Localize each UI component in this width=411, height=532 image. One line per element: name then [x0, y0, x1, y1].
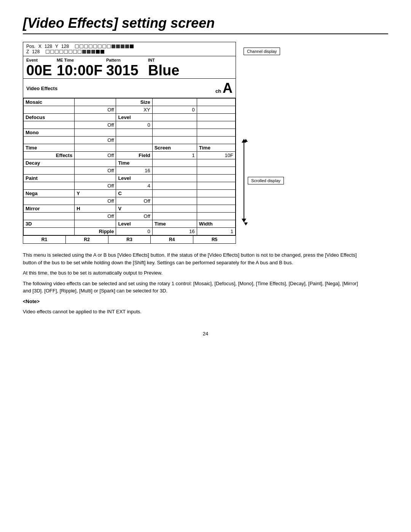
- ch-label: ch: [215, 88, 221, 94]
- event-label: Event: [26, 58, 57, 62]
- table-row: Mono: [24, 129, 236, 137]
- sq: [89, 44, 92, 48]
- status-row1: Pos. X 128 Y 128: [26, 44, 233, 49]
- z-label: Z: [26, 49, 29, 54]
- y-val: 128: [61, 44, 69, 49]
- arrow-up-icon: [242, 139, 246, 143]
- table-row: Mosaic Size: [24, 98, 236, 106]
- table-row: Off XY 0: [24, 106, 236, 114]
- table-row: Off 16: [24, 167, 236, 175]
- sq: [84, 44, 88, 48]
- arrow-container: [242, 139, 246, 222]
- table-row: Off: [24, 137, 236, 144]
- sq: [64, 50, 68, 54]
- table-row: Mirror H V: [24, 205, 236, 213]
- sq-dark: [130, 44, 134, 48]
- channel-display-box: Channel display: [244, 48, 280, 55]
- row-label-r1: R1: [23, 236, 66, 243]
- description-para2: At this time, the bus to be set is autom…: [23, 269, 365, 277]
- sq-filled: [87, 50, 91, 54]
- effects-table: Mosaic Size Off XY 0 Defocus: [23, 98, 236, 235]
- ve-header-left: Video Effects: [26, 86, 57, 91]
- table-row: 3D Level Time Width: [24, 220, 236, 228]
- description-para1: This menu is selected using the A or B b…: [23, 251, 365, 266]
- sq: [55, 50, 59, 54]
- status-bar: Pos. X 128 Y 128: [23, 42, 236, 56]
- ve-header-right: ch A: [215, 80, 233, 96]
- channel-display-callout: Channel display: [244, 48, 280, 55]
- event-values: 00E 10:00F 3015 Blue: [26, 63, 233, 78]
- sq: [50, 50, 54, 54]
- note-text: Video effects cannot be applied to the I…: [23, 308, 365, 316]
- table-row: Time Screen Time: [24, 144, 236, 152]
- sq: [98, 44, 102, 48]
- table-row: Off Off: [24, 197, 236, 205]
- table-row: Ripple 0 16 1: [24, 228, 236, 235]
- row-label-r5: R5: [193, 236, 236, 243]
- sq-filled: [82, 50, 86, 54]
- sq: [73, 50, 77, 54]
- sq-dark: [100, 50, 104, 54]
- sq: [107, 44, 111, 48]
- z-val: 128: [32, 49, 40, 54]
- sq: [80, 44, 83, 48]
- note-label-text: <Note>: [23, 299, 40, 304]
- description-para3: The following video effects can be selec…: [23, 280, 365, 295]
- sq: [78, 50, 81, 54]
- scrolled-display-wrapper: Scrolled display: [242, 139, 284, 222]
- sq: [93, 44, 97, 48]
- main-content: Pos. X 128 Y 128: [23, 42, 388, 244]
- arrow-line: [244, 143, 244, 219]
- sq: [102, 44, 106, 48]
- table-row: Paint Level: [24, 175, 236, 182]
- table-row: Off Off: [24, 213, 236, 220]
- sq-filled: [112, 44, 115, 48]
- row-label-r4: R4: [151, 236, 193, 243]
- row-label-r2: R2: [66, 236, 108, 243]
- screen-panel: Pos. X 128 Y 128: [23, 42, 236, 244]
- effect-name: Mosaic: [24, 98, 75, 106]
- arrow-down-icon: [242, 219, 246, 222]
- sq-filled: [91, 50, 95, 54]
- sq-filled: [116, 44, 120, 48]
- right-panel: Channel display Scrolled display: [242, 42, 284, 222]
- pattern-val: 3015: [106, 63, 148, 78]
- squares-row2: [46, 50, 104, 54]
- pattern-label: Pattern: [106, 58, 148, 62]
- sq-filled: [125, 44, 129, 48]
- ve-header: Video Effects ch A: [23, 79, 236, 98]
- row-label-r3: R3: [108, 236, 151, 243]
- sq-dark: [96, 50, 100, 54]
- note-label: <Note>: [23, 298, 365, 305]
- table-row: Effects Off Field 1 10F: [24, 152, 236, 159]
- table-row: Decay Time: [24, 159, 236, 167]
- event-row: Event ME Time Pattern INT 00E 10:00F 301…: [23, 56, 236, 79]
- x-val: 128: [45, 44, 52, 49]
- table-row: Nega Y C: [24, 190, 236, 197]
- squares-row1: [75, 44, 134, 48]
- metime-label: ME Time: [57, 58, 106, 62]
- int-label: INT: [148, 58, 233, 62]
- page-title: [Video Effects] setting screen: [23, 15, 388, 34]
- row-labels: R1 R2 R3 R4 R5: [23, 235, 236, 243]
- table-row: Defocus Level: [24, 114, 236, 121]
- ch-val: A: [223, 80, 233, 96]
- table-row: Off 4: [24, 182, 236, 190]
- x-label: X: [38, 44, 41, 49]
- page-number: 24: [23, 331, 388, 337]
- description-section: This menu is selected using the A or B b…: [23, 251, 365, 316]
- y-label: Y: [55, 44, 58, 49]
- sq: [46, 50, 49, 54]
- event-val: 00E: [26, 63, 57, 78]
- metime-val: 10:00F: [57, 63, 106, 78]
- table-row: Off 0: [24, 121, 236, 129]
- sq-filled: [121, 44, 124, 48]
- pos-label: Pos.: [26, 44, 35, 49]
- sq: [59, 50, 63, 54]
- scrolled-display-box: Scrolled display: [248, 177, 284, 184]
- sq: [68, 50, 72, 54]
- status-row2: Z 128: [26, 49, 233, 54]
- int-val: Blue: [148, 63, 233, 78]
- sq: [75, 44, 79, 48]
